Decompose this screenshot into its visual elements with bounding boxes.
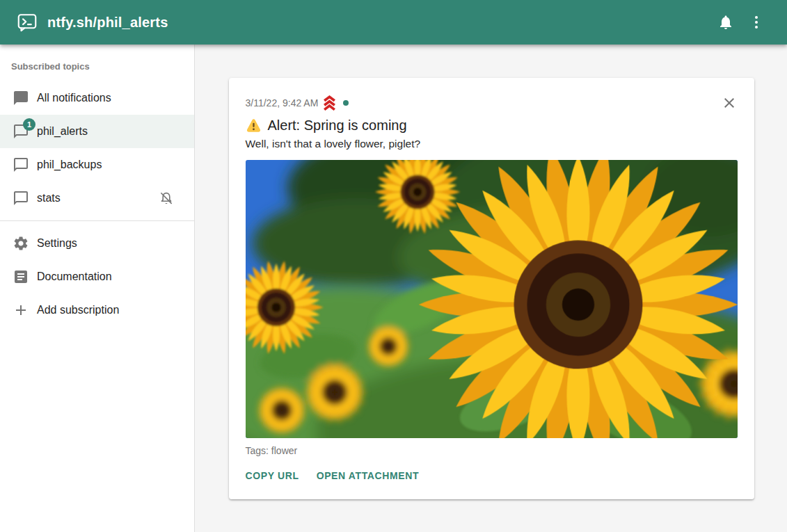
notification-card: 3/11/22, 9:42 AM bbox=[229, 78, 754, 499]
sidebar-action-list: Settings Documentation Add subscription bbox=[0, 227, 194, 327]
sidebar-item-stats[interactable]: stats bbox=[0, 182, 194, 215]
sidebar-divider bbox=[0, 220, 194, 221]
action-label: Add subscription bbox=[37, 304, 119, 316]
notification-tags: Tags: flower bbox=[246, 445, 738, 456]
topic-label: All notifications bbox=[37, 92, 111, 104]
new-indicator-dot bbox=[343, 100, 349, 106]
sunflower-photo-illustration bbox=[246, 160, 738, 438]
action-label: Documentation bbox=[37, 271, 112, 283]
overflow-menu-button[interactable] bbox=[741, 7, 772, 38]
action-label: Settings bbox=[37, 237, 77, 250]
notification-actions: COPY URL OPEN ATTACHMENT bbox=[246, 469, 738, 483]
close-notification-button[interactable] bbox=[720, 93, 739, 113]
sidebar-item-settings[interactable]: Settings bbox=[0, 227, 194, 260]
notifications-button[interactable] bbox=[710, 7, 741, 38]
topic-list: All notifications 1 phil_alerts phil_bac… bbox=[0, 81, 194, 215]
sidebar: Subscribed topics All notifications 1 ph… bbox=[0, 45, 195, 532]
close-icon bbox=[721, 95, 738, 111]
notification-body: Well, isn't that a lovely flower, piglet… bbox=[246, 138, 738, 150]
notification-title-row: Alert: Spring is coming bbox=[246, 118, 738, 134]
copy-url-button[interactable]: COPY URL bbox=[246, 469, 299, 483]
gear-icon bbox=[13, 235, 29, 252]
chat-bubble-filled-icon bbox=[13, 90, 29, 106]
chat-bubble-outline-icon: 1 bbox=[13, 123, 29, 140]
article-icon bbox=[13, 268, 29, 285]
unread-count-badge: 1 bbox=[23, 118, 35, 131]
subscribed-topics-caption: Subscribed topics bbox=[0, 45, 194, 81]
notification-timestamp: 3/11/22, 9:42 AM bbox=[246, 97, 319, 108]
bell-icon bbox=[717, 14, 734, 31]
warning-emoji-icon bbox=[246, 118, 262, 133]
notification-meta-row: 3/11/22, 9:42 AM bbox=[246, 95, 738, 113]
topic-label: phil_alerts bbox=[37, 125, 88, 138]
notification-title: Alert: Spring is coming bbox=[268, 118, 407, 134]
topic-label: stats bbox=[37, 192, 61, 204]
chat-bubble-outline-icon bbox=[13, 156, 29, 173]
open-attachment-button[interactable]: OPEN ATTACHMENT bbox=[317, 469, 420, 483]
app-bar: ntfy.sh/phil_alerts bbox=[0, 0, 787, 45]
page-title: ntfy.sh/phil_alerts bbox=[47, 15, 168, 31]
more-vert-icon bbox=[748, 14, 765, 31]
sidebar-item-documentation[interactable]: Documentation bbox=[0, 260, 194, 293]
notifications-muted-icon bbox=[158, 190, 175, 207]
sidebar-item-add-subscription[interactable]: Add subscription bbox=[0, 293, 194, 327]
topic-label: phil_backups bbox=[37, 159, 102, 171]
attachment-image[interactable] bbox=[246, 160, 738, 438]
sidebar-item-phil-backups[interactable]: phil_backups bbox=[0, 148, 194, 182]
sidebar-item-all-notifications[interactable]: All notifications bbox=[0, 81, 194, 115]
main-content: 3/11/22, 9:42 AM bbox=[196, 45, 787, 532]
priority-max-icon bbox=[322, 95, 337, 111]
sidebar-item-phil-alerts[interactable]: 1 phil_alerts bbox=[0, 115, 194, 148]
plus-icon bbox=[13, 302, 29, 319]
ntfy-logo-terminal-icon bbox=[17, 12, 38, 33]
chat-bubble-outline-icon bbox=[13, 190, 29, 207]
